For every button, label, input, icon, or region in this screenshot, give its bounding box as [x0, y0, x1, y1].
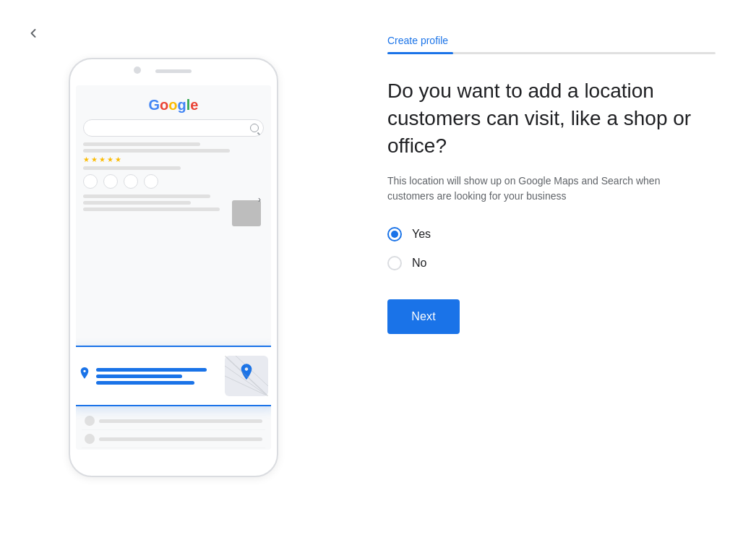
action-icon-call [83, 174, 98, 189]
phone-screen: G o o g l e ★ ★ ★ ★ ★ [76, 85, 271, 450]
location-card [76, 346, 271, 406]
list-item [82, 430, 265, 448]
chevron-icon: › [258, 194, 261, 205]
form-panel: Create profile Do you want to add a loca… [347, 0, 756, 535]
next-button[interactable]: Next [387, 299, 460, 334]
progress-bar-track [387, 52, 716, 54]
progress-section: Create profile [387, 35, 716, 54]
option-yes[interactable]: Yes [387, 227, 716, 241]
question-title: Do you want to add a location customers … [387, 77, 716, 159]
action-icons-row [83, 174, 264, 189]
illustration-panel: G o o g l e ★ ★ ★ ★ ★ [0, 0, 347, 535]
phone-illustration: G o o g l e ★ ★ ★ ★ ★ [69, 58, 278, 477]
radio-yes-dot [391, 231, 398, 238]
bottom-list [82, 412, 265, 448]
option-no[interactable]: No [387, 256, 716, 270]
action-icon-share [144, 174, 158, 189]
list-icon-phone [85, 416, 95, 426]
svg-line-0 [225, 356, 268, 396]
list-item [82, 412, 265, 430]
option-yes-label: Yes [412, 228, 431, 241]
radio-yes-circle [387, 227, 402, 241]
search-icon [250, 124, 259, 132]
progress-bar-fill [387, 52, 453, 54]
phone-speaker [155, 69, 192, 73]
back-button[interactable] [20, 20, 46, 46]
list-icon-web [85, 434, 95, 444]
tab-label: Create profile [387, 35, 716, 46]
radio-group: Yes No [387, 227, 716, 270]
radio-no-circle [387, 256, 402, 270]
google-logo: G o o g l e [76, 85, 271, 119]
phone-camera [134, 67, 141, 74]
option-no-label: No [412, 257, 426, 270]
map-thumbnail [225, 356, 268, 396]
action-icon-directions [103, 174, 118, 189]
question-subtitle: This location will show up on Google Map… [387, 174, 691, 204]
svg-line-1 [225, 366, 268, 396]
phone-search-bar [83, 119, 264, 137]
svg-line-2 [225, 376, 268, 396]
search-results: ★ ★ ★ ★ ★ [76, 142, 271, 170]
location-pin-icon [79, 367, 90, 385]
extra-results: › [76, 194, 271, 211]
location-text-lines [96, 368, 219, 385]
action-icon-save [124, 174, 138, 189]
star-rating: ★ ★ ★ ★ ★ [83, 155, 264, 163]
